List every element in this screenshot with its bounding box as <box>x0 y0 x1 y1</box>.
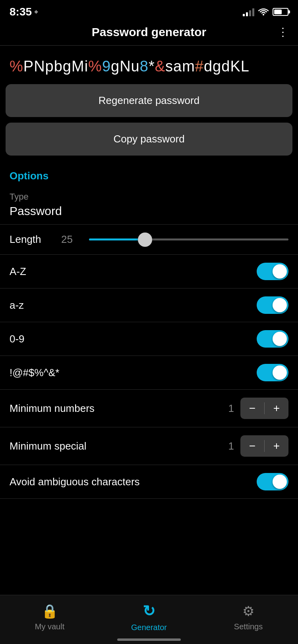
regenerate-button[interactable]: Regenerate password <box>6 84 292 117</box>
nav-item-settings[interactable]: ⚙ Settings <box>224 603 272 631</box>
min-numbers-stepper: − + <box>240 398 288 419</box>
vault-icon: 🔒 <box>41 603 58 619</box>
page-title: Password generator <box>92 25 206 39</box>
type-value: Password <box>10 202 288 224</box>
min-special-controls: 1 − + <box>228 435 288 457</box>
az-label: A-Z <box>10 265 26 278</box>
nav-item-generator[interactable]: ↻ Generator <box>125 602 173 632</box>
length-label: Length <box>10 233 53 246</box>
specials-toggle-knob <box>273 365 287 380</box>
char-segment: % <box>10 58 23 75</box>
battery-icon <box>273 8 288 16</box>
status-icons <box>243 8 288 16</box>
wifi-icon <box>258 8 269 16</box>
length-option-row: Length 25 <box>0 225 298 255</box>
settings-icon: ⚙ <box>242 603 254 619</box>
min-special-label: Minimum special <box>10 440 87 452</box>
settings-label: Settings <box>234 622 263 631</box>
generator-label: Generator <box>131 623 167 632</box>
vault-label: My vault <box>35 622 64 631</box>
char-segment: 9 <box>102 58 111 75</box>
type-option-row: Type Password <box>0 186 298 225</box>
type-label: Type <box>10 192 288 202</box>
min-numbers-value: 1 <box>228 402 234 415</box>
slider-thumb <box>138 233 152 247</box>
char-segment: 8 <box>140 58 149 75</box>
char-segment: * <box>149 58 155 75</box>
min-numbers-row: Minimum numbers 1 − + <box>0 390 298 427</box>
az-lower-label: a-z <box>10 299 24 311</box>
min-numbers-decrement[interactable]: − <box>240 398 264 419</box>
min-special-increment[interactable]: + <box>265 435 288 457</box>
slider-fill <box>89 238 145 240</box>
char-segment: & <box>155 58 165 75</box>
digits-toggle-knob <box>273 332 287 346</box>
az-lower-toggle-row: a-z <box>0 288 298 322</box>
length-slider[interactable] <box>89 234 288 246</box>
char-segment: PNpbgMi <box>23 58 88 75</box>
password-text: %PNpbgMi%9gNu8*&sam#dgdKL <box>10 57 288 76</box>
min-special-row: Minimum special 1 − + <box>0 427 298 465</box>
min-special-value: 1 <box>228 440 234 452</box>
specials-toggle[interactable] <box>257 364 288 381</box>
menu-button[interactable]: ⋮ <box>277 27 288 38</box>
digits-label: 0-9 <box>10 333 25 345</box>
home-indicator <box>117 638 181 641</box>
status-time: 8:35 <box>10 6 32 18</box>
digits-toggle[interactable] <box>257 330 288 348</box>
min-numbers-label: Minimum numbers <box>10 402 95 415</box>
avoid-ambiguous-row: Avoid ambiguous characters <box>0 465 298 499</box>
char-segment: gNu <box>111 58 140 75</box>
az-lower-toggle-knob <box>273 298 287 312</box>
generator-icon: ↻ <box>143 602 155 620</box>
az-lower-toggle[interactable] <box>257 296 288 314</box>
length-value: 25 <box>61 233 81 246</box>
az-toggle[interactable] <box>257 263 288 280</box>
bottom-navigation: 🔒 My vault ↻ Generator ⚙ Settings <box>0 595 298 644</box>
specials-label: !@#$%^&* <box>10 367 59 379</box>
char-segment: sam <box>165 58 195 75</box>
copy-password-button[interactable]: Copy password <box>6 123 292 156</box>
avoid-ambiguous-label: Avoid ambiguous characters <box>10 476 140 488</box>
app-header: Password generator ⋮ <box>0 21 298 46</box>
min-numbers-increment[interactable]: + <box>265 398 288 419</box>
slider-track <box>89 238 288 240</box>
location-icon: ⌖ <box>34 8 38 16</box>
char-segment: dgdKL <box>204 58 250 75</box>
min-special-stepper: − + <box>240 435 288 457</box>
az-toggle-knob <box>273 264 287 279</box>
avoid-ambiguous-toggle[interactable] <box>257 473 288 490</box>
nav-item-vault[interactable]: 🔒 My vault <box>26 603 74 631</box>
avoid-ambiguous-knob <box>273 475 287 489</box>
az-toggle-row: A-Z <box>0 255 298 288</box>
specials-toggle-row: !@#$%^&* <box>0 356 298 390</box>
svg-point-0 <box>263 14 264 15</box>
char-segment: % <box>88 58 102 75</box>
min-special-decrement[interactable]: − <box>240 435 264 457</box>
min-numbers-controls: 1 − + <box>228 398 288 419</box>
digits-toggle-row: 0-9 <box>0 322 298 356</box>
options-label: Options <box>0 163 298 186</box>
char-segment: # <box>195 58 204 75</box>
password-display: %PNpbgMi%9gNu8*&sam#dgdKL <box>0 46 298 84</box>
signal-icon <box>243 8 254 16</box>
status-bar: 8:35 ⌖ <box>0 0 298 21</box>
